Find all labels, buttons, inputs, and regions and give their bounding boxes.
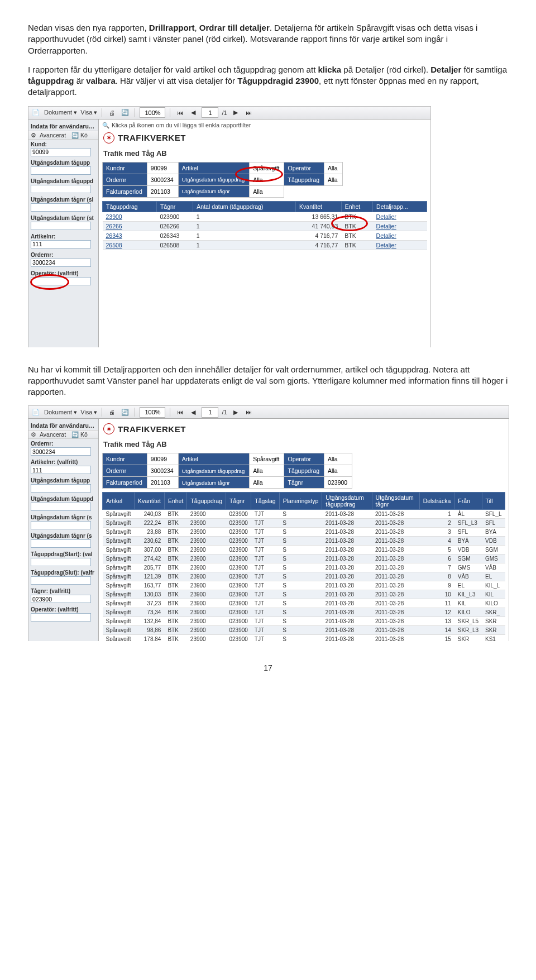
last-page-icon[interactable]: ⏭ [244,407,254,417]
dokument-menu[interactable]: Dokument ▾ [44,109,77,116]
doc-icon[interactable]: 📄 [31,108,41,118]
label-kund: Kund: [28,140,98,148]
queue-icon: 🔄 [71,431,78,438]
report-main: 🔍 Klicka på ikonen om du vill lägga till… [99,119,430,347]
input-artikelnr[interactable] [31,240,91,248]
table-row: Spåravgift274,42BTK23900023900TJTS2011-0… [103,554,505,563]
input-operator[interactable] [31,613,91,622]
trafikverket-logo-icon: ✶ [103,423,114,434]
refresh-icon[interactable]: 🔄 [120,407,130,417]
input-ordernr[interactable] [31,447,91,456]
report-main-2: ✶ TRAFIKVERKET Trafik med Tåg AB Kundnr9… [99,419,509,641]
sidebar-tabs[interactable]: ⚙ Avancerat 🔄 Kö [28,131,98,140]
drillreport-screenshot: 📄 Dokument ▾ Visa ▾ 🖨 🔄 ⏮ ◀ /1 ▶ ⏭ Indat… [28,106,431,347]
label-artikelnr: Artikelnr: [28,232,98,240]
company-title: Trafik med Tåg AB [103,440,505,448]
label-operator: Operatör: (valfritt) [28,269,98,277]
first-page-icon[interactable]: ⏮ [175,108,185,118]
input-utg-tagnr-st[interactable] [31,222,91,230]
table-row: Spåravgift121,39BTK23900023900TJTS2011-0… [103,572,505,581]
doc-icon[interactable]: 📄 [31,407,41,417]
report-toolbar: 📄 Dokument ▾ Visa ▾ 🖨 🔄 ⏮ ◀ /1 ▶ ⏭ [28,107,430,119]
input-tagnr[interactable] [31,595,91,603]
label-operator: Operatör: (valfritt) [28,605,98,613]
detaljer-link[interactable]: Detaljer [376,213,396,220]
input-utg-tagupp-start[interactable] [31,166,91,175]
trafikverket-brand: ✶ TRAFIKVERKET [103,423,505,434]
visa-menu[interactable]: Visa ▾ [80,409,97,416]
input-utg-tagnr-st[interactable] [31,539,91,548]
print-icon[interactable]: 🖨 [107,108,117,118]
page-number: 17 [28,663,508,672]
last-page-icon[interactable]: ⏭ [244,108,254,118]
visa-menu[interactable]: Visa ▾ [80,109,97,116]
input-artikelnr[interactable] [31,466,91,474]
sidebar-tabs[interactable]: ⚙ Avancerat 🔄 Kö [28,430,98,439]
detaljer-link[interactable]: Detaljer [376,223,396,230]
filter-hint[interactable]: 🔍 Klicka på ikonen om du vill lägga till… [102,122,427,129]
table-row: 2650802650814 716,77BTKDetaljer [103,240,427,250]
input-utg-tagupp-end[interactable] [31,503,91,511]
taguppdrag-link[interactable]: 26343 [106,232,122,239]
page-total: /1 [222,109,227,116]
gear-icon: ⚙ [31,431,37,438]
label-tagupp-slut: Tåguppdrag(Slut): (valfr [28,568,98,576]
table-row: Spåravgift230,62BTK23900023900TJTS2011-0… [103,537,505,546]
table-row: Spåravgift98,86BTK23900023900TJTS2011-03… [103,626,505,635]
page-input[interactable] [202,407,218,418]
input-operator[interactable] [31,277,91,285]
label-utg-tagupp-end: Utgångsdatum tåguppd [28,176,98,185]
queue-icon: 🔄 [71,132,78,138]
table-row: Spåravgift132,84BTK23900023900TJTS2011-0… [103,617,505,626]
table-row: Spåravgift240,03BTK23900023900TJTS2011-0… [103,510,505,519]
label-utg-tagnr-sl: Utgångsdatum tågnr (s [28,513,98,521]
gear-icon: ⚙ [31,132,37,138]
dokument-menu[interactable]: Dokument ▾ [44,409,77,416]
input-utg-tagnr-sl[interactable] [31,203,91,212]
sidebar-title: Indata för användarup... [28,122,98,131]
label-utg-tagupp-start: Utgångsdatum tågupp [28,476,98,484]
table-row: Spåravgift23,88BTK23900023900TJTS2011-03… [103,528,505,537]
print-icon[interactable]: 🖨 [107,407,117,417]
label-tagupp-start: Tåguppdrag(Start): (val [28,549,98,558]
report-toolbar-2: 📄 Dokument ▾ Visa ▾ 🖨 🔄 ⏮ ◀ /1 ▶ ⏭ [28,406,509,419]
page-input[interactable] [202,107,218,118]
table-row: Spåravgift130,03BTK23900023900TJTS2011-0… [103,590,505,599]
table-row: Spåravgift205,77BTK23900023900TJTS2011-0… [103,563,505,572]
label-ordernr: Ordernr: [28,250,98,259]
input-utg-tagupp-end[interactable] [31,185,91,193]
detail-data-table: Artikel Kvantitet Enhet Tåguppdrag Tågnr… [102,492,505,641]
table-row: Spåravgift73,34BTK23900023900TJTS2011-03… [103,608,505,617]
filter-icon: 🔍 [102,122,109,129]
intro-paragraph-1: Nedan visas den nya rapporten, Drillrapp… [28,22,508,56]
label-utg-tagupp-end: Utgångsdatum tåguppd [28,494,98,503]
trafikverket-brand: ✶ TRAFIKVERKET [103,132,427,144]
taguppdrag-link[interactable]: 26508 [106,242,122,248]
taguppdrag-link[interactable]: 26266 [106,223,122,230]
next-page-icon[interactable]: ▶ [231,407,241,417]
input-utg-tagnr-sl[interactable] [31,521,91,529]
first-page-icon[interactable]: ⏮ [175,407,185,417]
taguppdrag-link[interactable]: 23900 [106,213,122,220]
input-ordernr[interactable] [31,259,91,267]
zoom-input[interactable] [140,107,165,118]
table-row: 23900023900113 665,31BTKDetaljer [103,212,427,221]
zoom-input[interactable] [140,407,165,418]
prev-page-icon[interactable]: ◀ [188,108,198,118]
detaljer-link[interactable]: Detaljer [376,242,396,248]
detaljer-link[interactable]: Detaljer [376,232,396,239]
label-artikelnr: Artikelnr: (valfritt) [28,457,98,466]
input-tagupp-start[interactable] [31,558,91,566]
input-tagupp-slut[interactable] [31,576,91,585]
paragraph-3: Nu har vi kommit till Detaljrapporten oc… [28,364,508,398]
table-row: Spåravgift222,24BTK23900023900TJTS2011-0… [103,519,505,528]
refresh-icon[interactable]: 🔄 [120,108,130,118]
input-kund[interactable] [31,148,91,156]
parameter-sidebar: Indata för användarup... ⚙ Avancerat 🔄 K… [28,119,99,347]
next-page-icon[interactable]: ▶ [231,108,241,118]
label-tagnr: Tågnr: (valfritt) [28,586,98,595]
table-row: 2634302634314 716,77BTKDetaljer [103,231,427,240]
input-utg-tagupp-start[interactable] [31,484,91,493]
prev-page-icon[interactable]: ◀ [188,407,198,417]
detailreport-screenshot: 📄 Dokument ▾ Visa ▾ 🖨 🔄 ⏮ ◀ /1 ▶ ⏭ Indat… [28,405,509,641]
